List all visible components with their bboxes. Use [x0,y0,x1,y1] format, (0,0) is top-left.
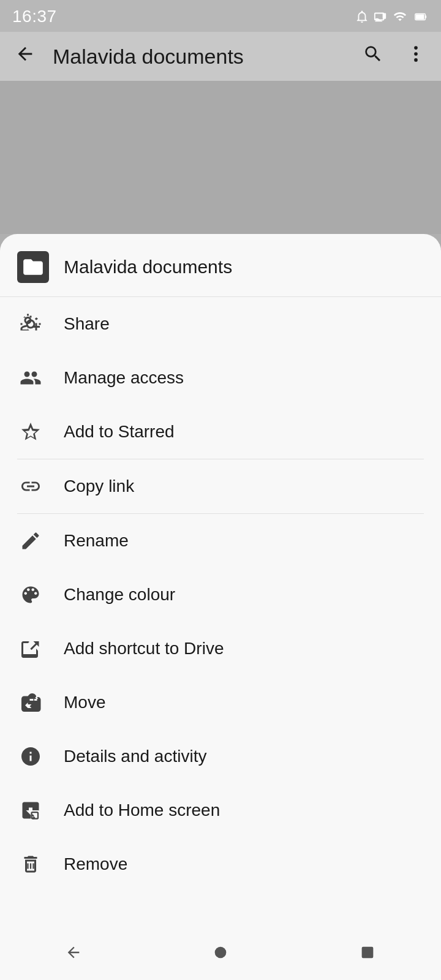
svg-point-6 [414,52,418,56]
menu-item-manage-access[interactable]: Manage access [0,351,441,405]
copy-link-label: Copy link [64,477,134,496]
add-shortcut-label: Add shortcut to Drive [64,639,224,658]
status-icons [355,10,429,23]
add-home-label: Add to Home screen [64,801,220,820]
link-icon [17,473,44,500]
overlay-area [0,81,441,234]
more-button[interactable] [401,39,431,75]
svg-rect-4 [425,15,426,18]
menu-item-remove[interactable]: Remove [0,837,441,891]
folder-icon [17,251,49,283]
search-button[interactable] [358,39,388,75]
menu-item-move[interactable]: Move [0,676,441,729]
move-icon [17,689,44,716]
battery-icon [413,10,429,23]
nav-bar [0,931,441,980]
svg-point-7 [414,58,418,62]
menu-item-add-shortcut[interactable]: Add shortcut to Drive [0,622,441,676]
menu-item-details[interactable]: Details and activity [0,729,441,783]
menu-item-change-colour[interactable]: Change colour [0,568,441,622]
move-label: Move [64,693,105,712]
svg-rect-14 [362,947,374,959]
cast-icon [374,10,387,23]
svg-rect-1 [383,13,386,19]
add-starred-label: Add to Starred [64,422,175,442]
palette-icon [17,581,44,608]
svg-point-5 [414,46,418,50]
status-time: 16:37 [12,7,57,26]
wifi-icon [392,10,408,23]
svg-rect-3 [416,14,424,19]
top-bar-title: Malavida documents [53,45,345,69]
top-bar: Malavida documents [0,32,441,81]
menu-item-add-starred[interactable]: Add to Starred [0,405,441,459]
menu-item-copy-link[interactable]: Copy link [0,459,441,513]
nav-back-button[interactable] [55,934,92,971]
nav-home-button[interactable] [202,934,239,971]
share-icon [17,311,44,337]
star-icon [17,418,44,445]
change-colour-label: Change colour [64,585,175,605]
back-button[interactable] [10,39,40,75]
rename-icon [17,527,44,554]
details-label: Details and activity [64,747,206,766]
nav-recent-button[interactable] [349,934,386,971]
menu-item-add-home[interactable]: Add to Home screen [0,783,441,837]
remove-label: Remove [64,854,127,874]
notification-icon [355,10,369,23]
trash-icon [17,851,44,878]
info-icon [17,743,44,770]
bottom-sheet: Malavida documents Share Manage access A… [0,234,441,980]
home-add-icon [17,797,44,824]
status-bar: 16:37 [0,0,441,32]
menu-item-rename[interactable]: Rename [0,514,441,568]
manage-access-label: Manage access [64,368,184,388]
manage-access-icon [17,364,44,391]
shortcut-icon [17,635,44,662]
share-label: Share [64,314,110,334]
menu-item-share[interactable]: Share [0,297,441,351]
rename-label: Rename [64,531,129,551]
svg-point-13 [215,947,227,959]
sheet-header: Malavida documents [0,234,441,297]
sheet-folder-name: Malavida documents [64,257,232,277]
